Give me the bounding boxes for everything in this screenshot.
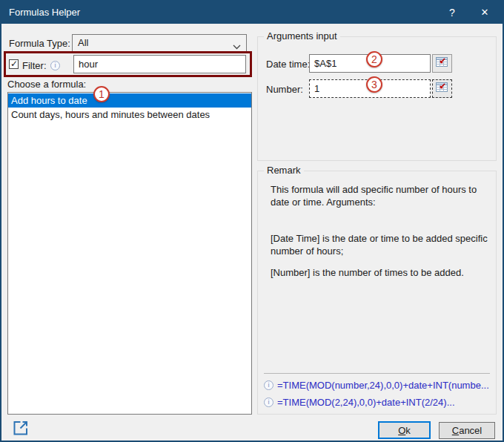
formula-type-selected-value: All (78, 35, 88, 51)
range-picker-icon (436, 82, 448, 95)
filter-label: Filter: (22, 60, 47, 71)
checkmark-icon: ✓ (10, 59, 18, 69)
info-icon: i (264, 398, 273, 407)
open-in-new-window-button[interactable] (12, 419, 30, 438)
remark-paragraph: [Date Time] is the date or time to be ad… (271, 232, 490, 257)
info-glyph: i (268, 398, 270, 406)
info-icon: i (264, 380, 273, 390)
annotation-badge-2: 2 (366, 51, 382, 67)
formulas-helper-dialog: Formulas Helper ? ✕ Formula Type: All ✓ … (0, 0, 504, 442)
cancel-button-label-rest: ancel (459, 425, 482, 436)
date-time-label: Date time: (266, 59, 310, 70)
window-title: Formulas Helper (9, 1, 80, 24)
info-icon: i (50, 61, 60, 70)
ok-button-label: O (398, 425, 405, 436)
number-label: Number: (266, 84, 303, 95)
close-icon: ✕ (481, 7, 489, 18)
formula-type-label: Formula Type: (9, 38, 70, 49)
formula-list: Add hours to date Count days, hours and … (7, 92, 252, 415)
ok-button-label-rest: k (405, 425, 411, 436)
formula-type-dropdown[interactable]: All (72, 34, 247, 52)
info-glyph: i (55, 62, 56, 69)
cancel-button-label: C (452, 425, 459, 436)
annotation-badge-1: 1 (93, 86, 110, 102)
formula-example-row: i =TIME(MOD(number,24),0,0)+date+INT(num… (264, 380, 489, 391)
choose-formula-label: Choose a formula: (7, 79, 86, 90)
formula-list-item-add-hours[interactable]: Add hours to date (8, 93, 251, 108)
filter-checkbox[interactable]: ✓ (9, 59, 19, 69)
chevron-down-icon (233, 41, 241, 52)
formula-example-link[interactable]: =TIME(MOD(number,24),0,0)+date+INT(numbe… (277, 380, 489, 391)
help-button[interactable]: ? (440, 1, 464, 24)
title-bar: Formulas Helper ? ✕ (1, 1, 503, 24)
formula-list-item-count-days[interactable]: Count days, hours and minutes between da… (8, 108, 251, 122)
remark-group: Remark This formula will add specific nu… (257, 171, 497, 415)
close-button[interactable]: ✕ (473, 1, 497, 24)
help-icon: ? (449, 7, 455, 19)
range-picker-icon (436, 57, 448, 70)
filter-input[interactable] (73, 55, 246, 73)
arguments-input-group-label: Arguments input (264, 30, 340, 42)
formula-example-link[interactable]: =TIME(MOD(2,24),0,0)+date+INT(2/24)... (277, 397, 455, 408)
remark-paragraph: This formula will add specific number of… (271, 183, 490, 208)
open-in-new-icon (12, 428, 30, 439)
remark-paragraph: [Number] is the number of times to be ad… (271, 266, 490, 279)
annotation-badge-3: 3 (366, 76, 382, 93)
remark-group-label: Remark (264, 165, 304, 176)
date-time-range-picker-button[interactable] (432, 54, 452, 73)
cancel-button[interactable]: Cancel (439, 422, 495, 439)
divider (264, 373, 490, 374)
info-glyph: i (268, 381, 270, 389)
number-range-picker-button[interactable] (432, 79, 452, 98)
formula-example-row: i =TIME(MOD(2,24),0,0)+date+INT(2/24)... (264, 397, 455, 408)
ok-button[interactable]: Ok (378, 421, 431, 439)
